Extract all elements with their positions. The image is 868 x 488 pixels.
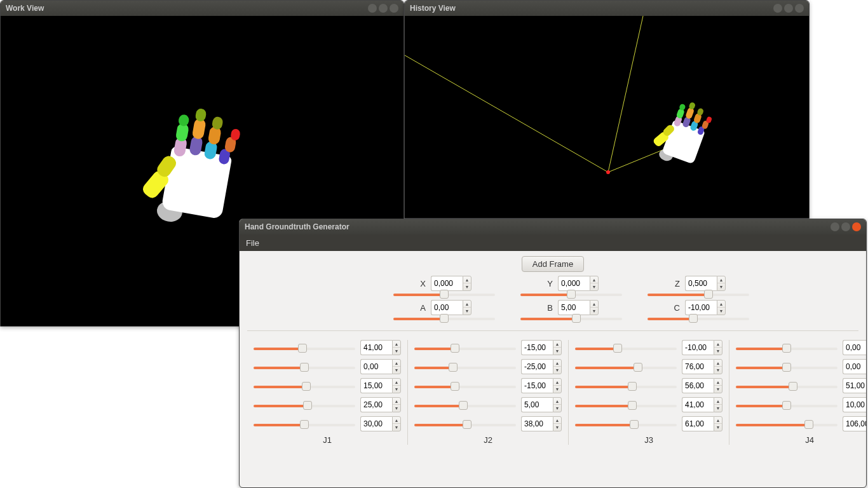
J3-3-input[interactable]	[682, 397, 714, 412]
J3-4-spinbox[interactable]: ▲ ▼	[682, 416, 722, 431]
pose-y-slider[interactable]	[520, 294, 622, 296]
pose-z-step-up[interactable]: ▲	[717, 276, 725, 283]
pose-b-step-down[interactable]: ▼	[590, 308, 598, 315]
J4-0-spinbox[interactable]: ▲ ▼	[843, 340, 867, 355]
pose-z-slider[interactable]	[648, 294, 749, 296]
minimize-icon[interactable]	[368, 4, 377, 13]
pose-x-input[interactable]	[431, 276, 463, 291]
J3-2-step-down[interactable]: ▼	[714, 386, 722, 393]
J3-2-spinbox[interactable]: ▲ ▼	[682, 378, 722, 393]
minimize-icon[interactable]	[831, 222, 839, 231]
pose-a-spinbox[interactable]: ▲ ▼	[431, 300, 471, 315]
J2-2-slider[interactable]	[414, 386, 516, 388]
pose-y-step-down[interactable]: ▼	[590, 283, 598, 290]
J4-1-slider[interactable]	[736, 367, 837, 369]
J2-3-slider[interactable]	[414, 405, 516, 407]
J1-3-step-up[interactable]: ▲	[393, 398, 400, 405]
J2-2-step-up[interactable]: ▲	[553, 379, 561, 386]
pose-y-input[interactable]	[558, 276, 590, 291]
pose-c-slider[interactable]	[648, 318, 749, 320]
J3-0-input[interactable]	[682, 340, 714, 355]
J1-1-step-down[interactable]: ▼	[393, 367, 400, 374]
pose-y-step-up[interactable]: ▲	[590, 276, 598, 283]
J2-4-input[interactable]	[521, 416, 553, 431]
pose-c-step-down[interactable]: ▼	[717, 308, 725, 315]
J3-4-input[interactable]	[682, 416, 714, 431]
J3-0-step-down[interactable]: ▼	[714, 348, 722, 355]
J3-2-slider[interactable]	[575, 386, 677, 388]
J3-1-input[interactable]	[682, 359, 714, 374]
J1-0-slider[interactable]	[254, 348, 355, 350]
J1-4-spinbox[interactable]: ▲ ▼	[360, 416, 401, 431]
J4-2-slider[interactable]	[736, 386, 837, 388]
J2-4-step-down[interactable]: ▼	[553, 424, 561, 431]
J1-2-spinbox[interactable]: ▲ ▼	[360, 378, 401, 393]
pose-z-input[interactable]	[685, 276, 717, 291]
J2-3-spinbox[interactable]: ▲ ▼	[521, 397, 562, 412]
pose-b-spinbox[interactable]: ▲ ▼	[558, 300, 599, 315]
pose-z-step-down[interactable]: ▼	[717, 283, 725, 290]
pose-a-step-up[interactable]: ▲	[463, 301, 471, 308]
J2-0-step-up[interactable]: ▲	[553, 341, 561, 348]
J1-2-step-down[interactable]: ▼	[393, 386, 400, 393]
J4-3-spinbox[interactable]: ▲ ▼	[843, 397, 867, 412]
J2-0-spinbox[interactable]: ▲ ▼	[521, 340, 562, 355]
pose-a-step-down[interactable]: ▼	[463, 308, 471, 315]
J4-4-slider[interactable]	[736, 424, 837, 426]
J3-4-step-down[interactable]: ▼	[714, 424, 722, 431]
pose-b-input[interactable]	[558, 300, 590, 315]
pose-z-spinbox[interactable]: ▲ ▼	[685, 276, 726, 291]
J3-3-step-up[interactable]: ▲	[714, 398, 722, 405]
J1-0-step-up[interactable]: ▲	[393, 341, 400, 348]
J1-4-step-down[interactable]: ▼	[393, 424, 400, 431]
J4-2-spinbox[interactable]: ▲ ▼	[843, 378, 867, 393]
J2-4-spinbox[interactable]: ▲ ▼	[521, 416, 562, 431]
J2-2-spinbox[interactable]: ▲ ▼	[521, 378, 562, 393]
J2-4-step-up[interactable]: ▲	[553, 417, 561, 424]
J3-0-spinbox[interactable]: ▲ ▼	[682, 340, 722, 355]
J4-0-input[interactable]	[843, 340, 867, 355]
J4-1-spinbox[interactable]: ▲ ▼	[843, 359, 867, 374]
J2-1-step-down[interactable]: ▼	[553, 367, 561, 374]
generator-titlebar[interactable]: Hand Groundtruth Generator	[240, 219, 866, 234]
J1-4-step-up[interactable]: ▲	[393, 417, 400, 424]
maximize-icon[interactable]	[841, 222, 850, 231]
J3-1-step-up[interactable]: ▲	[714, 360, 722, 367]
menu-file[interactable]: File	[246, 238, 259, 248]
pose-a-slider[interactable]	[393, 318, 495, 320]
J2-3-step-up[interactable]: ▲	[553, 398, 561, 405]
J4-0-slider[interactable]	[736, 348, 837, 350]
work-view-titlebar[interactable]: Work View	[1, 1, 403, 16]
pose-x-step-down[interactable]: ▼	[463, 283, 471, 290]
J1-3-slider[interactable]	[254, 405, 355, 407]
pose-b-step-up[interactable]: ▲	[590, 301, 598, 308]
J1-4-input[interactable]	[360, 416, 392, 431]
J4-3-slider[interactable]	[736, 405, 837, 407]
J1-2-slider[interactable]	[254, 386, 355, 388]
J1-0-spinbox[interactable]: ▲ ▼	[360, 340, 401, 355]
pose-x-step-up[interactable]: ▲	[463, 276, 471, 283]
pose-a-input[interactable]	[431, 300, 463, 315]
pose-x-slider[interactable]	[393, 294, 495, 296]
J3-2-step-up[interactable]: ▲	[714, 379, 722, 386]
J3-1-step-down[interactable]: ▼	[714, 367, 722, 374]
history-view-titlebar[interactable]: History View	[405, 1, 809, 16]
J2-0-input[interactable]	[521, 340, 553, 355]
J3-1-spinbox[interactable]: ▲ ▼	[682, 359, 722, 374]
J3-0-step-up[interactable]: ▲	[714, 341, 722, 348]
J1-1-step-up[interactable]: ▲	[393, 360, 400, 367]
J1-1-spinbox[interactable]: ▲ ▼	[360, 359, 401, 374]
J3-4-slider[interactable]	[575, 424, 677, 426]
add-frame-button[interactable]: Add Frame	[522, 256, 584, 272]
J1-2-step-up[interactable]: ▲	[393, 379, 400, 386]
pose-c-step-up[interactable]: ▲	[717, 301, 725, 308]
J2-2-step-down[interactable]: ▼	[553, 386, 561, 393]
J1-0-step-down[interactable]: ▼	[393, 348, 400, 355]
J3-3-spinbox[interactable]: ▲ ▼	[682, 397, 722, 412]
pose-x-spinbox[interactable]: ▲ ▼	[431, 276, 471, 291]
J2-1-step-up[interactable]: ▲	[553, 360, 561, 367]
J4-2-input[interactable]	[843, 378, 867, 393]
J1-3-input[interactable]	[360, 397, 392, 412]
J2-3-input[interactable]	[521, 397, 553, 412]
J4-3-input[interactable]	[843, 397, 867, 412]
